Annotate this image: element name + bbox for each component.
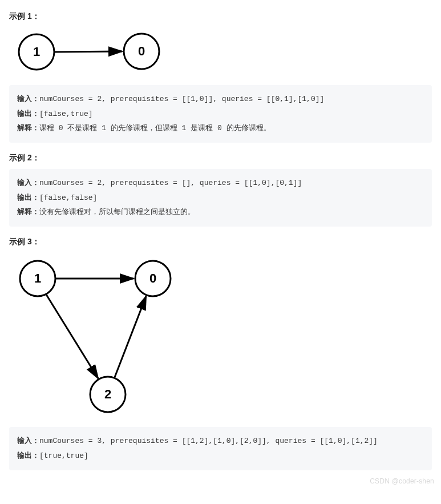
graph-example-3: 1 0 2 xyxy=(9,253,432,420)
graph-node-label: 2 xyxy=(104,387,111,401)
input-value: numCourses = 3, prerequisites = [[1,2],[… xyxy=(39,437,378,445)
output-value: [false,true] xyxy=(39,110,93,118)
output-label: 输出： xyxy=(17,451,39,459)
example-code-block: 输入：numCourses = 2, prerequisites = [[1,0… xyxy=(9,85,432,143)
output-label: 输出： xyxy=(17,193,39,201)
input-value: numCourses = 2, prerequisites = [[1,0]],… xyxy=(39,95,324,103)
svg-line-8 xyxy=(115,296,146,377)
explain-value: 没有先修课程对，所以每门课程之间是独立的。 xyxy=(39,208,195,216)
input-label: 输入： xyxy=(17,178,39,187)
graph-node-label: 1 xyxy=(33,45,40,59)
input-label: 输入： xyxy=(17,436,39,445)
graph-node-label: 0 xyxy=(138,44,145,58)
output-label: 输出： xyxy=(17,109,39,118)
watermark: CSDN @coder-shen xyxy=(370,477,434,485)
input-label: 输入： xyxy=(17,94,39,103)
example-title: 示例 2： xyxy=(9,153,432,163)
example-title: 示例 1： xyxy=(9,11,432,22)
graph-node-label: 0 xyxy=(149,271,156,285)
output-value: [true,true] xyxy=(39,451,88,460)
svg-line-2 xyxy=(55,51,122,52)
example-title: 示例 3： xyxy=(9,237,432,247)
explain-label: 解释： xyxy=(17,207,39,216)
svg-line-7 xyxy=(46,295,98,378)
graph-node-label: 1 xyxy=(34,271,41,285)
explain-value: 课程 0 不是课程 1 的先修课程，但课程 1 是课程 0 的先修课程。 xyxy=(39,124,271,132)
graph-example-1: 1 0 xyxy=(9,27,432,78)
example-code-block: 输入：numCourses = 2, prerequisites = [], q… xyxy=(9,169,432,227)
explain-label: 解释： xyxy=(17,123,39,132)
example-code-block: 输入：numCourses = 3, prerequisites = [[1,2… xyxy=(9,427,432,470)
output-value: [false,false] xyxy=(39,193,97,202)
input-value: numCourses = 2, prerequisites = [], quer… xyxy=(39,179,302,187)
